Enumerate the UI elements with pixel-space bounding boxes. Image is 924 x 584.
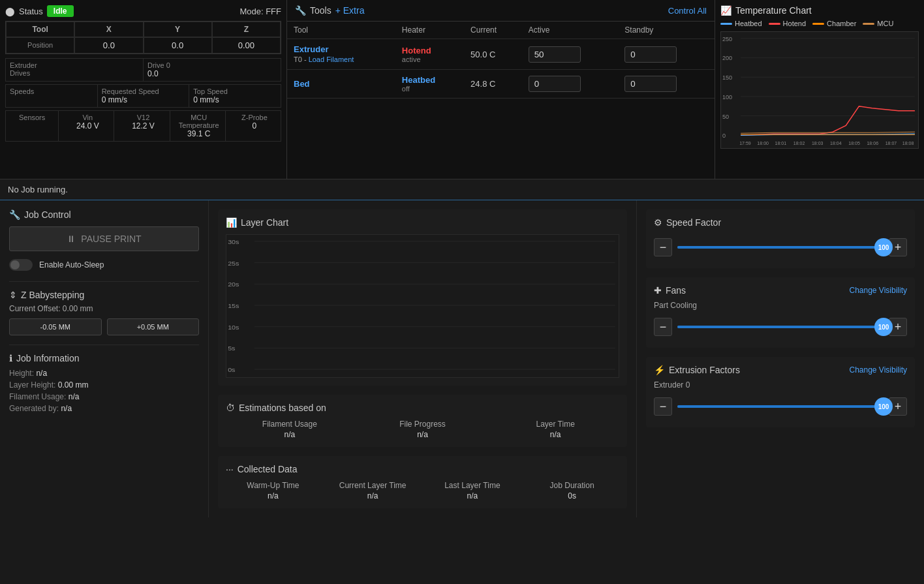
th-tool: Tool [287,22,395,39]
extruder-label: Extruder [10,61,139,69]
status-label: Status [19,7,43,16]
speeds-main-label: Speeds [10,87,93,95]
speed-slider-val: 100 [878,244,889,251]
vin-val: 24.0 V [65,121,110,131]
svg-text:18:03: 18:03 [812,141,824,146]
extrusion-slider-container[interactable]: 100 [677,393,884,420]
tp-header-y: Y [175,25,180,34]
z-minus-btn[interactable]: -0.05 MM [9,318,102,335]
generated-by-label: Generated by: [9,404,59,413]
filament-usage-val: n/a [69,392,80,401]
temp-chart-legend: Heatbed Hotend Chamber MCU [720,20,919,27]
fans-minus-btn[interactable]: − [654,318,672,336]
drive0-label: Drive 0 [147,61,277,69]
sensors-main-label: Sensors [10,114,54,121]
z-plus-btn[interactable]: +0.05 MM [107,318,200,335]
fans-slider-container[interactable]: 100 [677,314,884,340]
col-current-layer-label: Current Layer Time [326,481,420,490]
speed-slider-thumb[interactable]: 100 [874,238,893,256]
collected-title-text: Collected Data [238,464,298,474]
filament-usage-label: Filament Usage: [9,392,66,401]
extruder-standby-select[interactable]: 0 50 100 [624,46,677,63]
svg-text:18:05: 18:05 [848,141,860,146]
extruder-drives-row: Extruder Drives Drive 0 0.0 [5,58,281,82]
bed-tool-name[interactable]: Bed [294,79,389,89]
th-standby: Standby [618,22,715,39]
heatbed-status: off [402,85,457,93]
layer-height-val: 0.00 mm [58,380,89,390]
extrusion-slider-thumb[interactable]: 100 [874,397,893,416]
col-warmup: Warm-Up Time n/a [226,481,320,500]
left-column: 🔧 Job Control ⏸ PAUSE PRINT Enable Auto-… [0,200,209,517]
right-column: ⚙ Speed Factor − 100 + ✚ [637,200,924,517]
speed-minus-btn[interactable]: − [654,238,672,256]
top-speed-label: Top Speed [193,87,277,95]
temp-chart-area: 250 200 150 100 50 0 17:59 18:00 18:01 1… [720,31,919,149]
extruder-active-select[interactable]: 50 0 100 200 [529,46,581,63]
table-row: Extruder T0 - Load Filament Hotend activ… [287,39,715,70]
drive0-val: 0.0 [147,69,277,78]
tools-extra-btn[interactable]: + Extra [335,5,365,16]
load-filament-link[interactable]: Load Filament [309,55,354,63]
svg-text:10s: 10s [228,324,239,331]
part-cooling-label: Part Cooling [654,301,907,310]
extruder-tool-name[interactable]: Extruder [294,44,389,54]
extrusion-minus-btn[interactable]: − [654,397,672,416]
fans-slider-thumb[interactable]: 100 [874,318,893,336]
est-filament-val: n/a [226,430,354,439]
svg-text:50: 50 [722,114,729,120]
legend-mcu-dot [863,23,874,25]
col-last-layer-val: n/a [425,491,520,500]
zprobe-label: Z-Probe [232,114,277,121]
status-icon: ⬤ [5,7,15,16]
fans-title-text: Fans [666,285,686,296]
est-filament: Filament Usage n/a [226,420,354,439]
pause-print-button[interactable]: ⏸ PAUSE PRINT [9,226,199,251]
th-active: Active [522,22,619,39]
layer-height-label: Layer Height: [9,380,55,390]
pause-icon: ⏸ [67,234,76,244]
legend-chamber-label: Chamber [827,20,856,27]
est-file: File Progress n/a [359,420,487,439]
extrusion-title-text: Extrusion Factors [669,365,740,375]
auto-sleep-label: Enable Auto-Sleep [39,260,104,269]
th-current: Current [464,22,522,39]
col-duration-val: 0s [525,491,619,500]
col-warmup-val: n/a [226,491,320,500]
col-current-layer-val: n/a [326,491,420,500]
t0-label: T0 - [294,55,309,63]
layer-chart-area: 30s 25s 20s 15s 10s 5s 0s [226,234,619,378]
speed-slider-container[interactable]: 100 [677,234,884,260]
z-minus-label: -0.05 MM [40,323,70,331]
fans-section: ✚ Fans Change Visibility Part Cooling − … [646,277,915,348]
z-baby-title-text: Z Babystepping [21,290,84,300]
table-row: Bed Heatbed off 24.8 C 0 60 100 [287,70,715,99]
extrusion-change-visibility-btn[interactable]: Change Visibility [850,365,908,375]
svg-text:0: 0 [722,132,726,139]
job-control-icon: 🔧 [9,209,20,220]
bed-active-select[interactable]: 0 60 100 [529,76,581,92]
auto-sleep-toggle[interactable] [9,259,33,271]
speed-factor-section: ⚙ Speed Factor − 100 + [646,209,915,268]
layer-chart-title: Layer Chart [241,217,288,228]
svg-text:25s: 25s [228,260,239,267]
tools-panel: 🔧 Tools + Extra Control All Tool Heater … [287,0,715,179]
notice-text: No Job running. [8,185,68,194]
svg-text:18:06: 18:06 [867,141,878,146]
collected-section: ··· Collected Data Warm-Up Time n/a Curr… [218,456,627,508]
layer-chart-section: 📊 Layer Chart 30s 25s 20s 15s 10s [218,209,627,386]
layer-chart-icon: 📊 [226,217,237,228]
z-baby-icon: ⇕ [9,290,17,300]
extrusion-section: ⚡ Extrusion Factors Change Visibility Ex… [646,357,915,427]
svg-text:17:59: 17:59 [739,141,751,146]
tp-header-tool: Tool [32,25,48,34]
est-layer-label: Layer Time [491,420,619,429]
sensors-row: Sensors Vin 24.0 V V12 12.2 V MCU Temper… [5,110,281,142]
pause-label: PAUSE PRINT [81,234,141,244]
bed-standby-select[interactable]: 0 30 [624,76,677,92]
speed-icon: ⚙ [654,217,662,228]
fans-change-visibility-btn[interactable]: Change Visibility [850,286,908,295]
control-all-btn[interactable]: Control All [668,6,707,16]
tp-y-val: 0.0 [172,40,183,50]
svg-text:250: 250 [722,36,732,42]
